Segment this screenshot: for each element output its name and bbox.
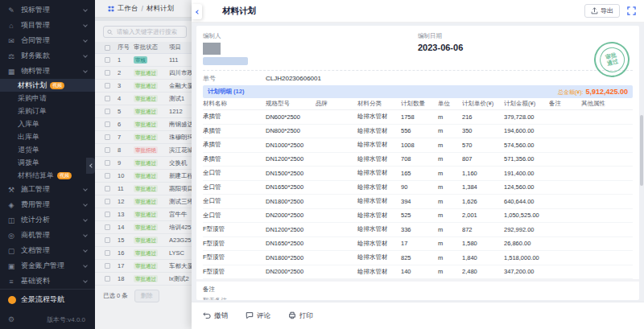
print-button[interactable]: 打印 xyxy=(288,311,313,321)
fullscreen-button[interactable] xyxy=(627,6,636,15)
drawer-header: 材料计划 导出 xyxy=(192,0,644,23)
row-checkbox[interactable] xyxy=(105,83,110,88)
row-checkbox[interactable] xyxy=(105,121,110,127)
sidebar-item-15[interactable]: ◫统计分析 xyxy=(0,212,95,228)
row-checkbox[interactable] xyxy=(105,237,110,243)
status-badge: 审批通过 xyxy=(134,198,158,205)
flow-nav-button[interactable]: 全景流程导航 xyxy=(0,289,95,310)
row-checkbox[interactable] xyxy=(105,160,110,166)
detail-cell: 给排水管材 xyxy=(357,169,401,177)
detail-cell: 872 xyxy=(462,226,504,233)
export-button[interactable]: 导出 xyxy=(584,4,620,18)
detail-cell: 570 xyxy=(462,142,504,149)
home-icon: ⌂ xyxy=(6,22,16,30)
row-index: 12 xyxy=(118,198,134,205)
row-checkbox[interactable] xyxy=(105,109,110,114)
search-input[interactable] xyxy=(115,27,183,36)
sidebar-item-4[interactable]: ▦物料管理 xyxy=(0,64,95,79)
select-all-checkbox[interactable] xyxy=(105,45,110,51)
detail-cell: DN1650*2500 xyxy=(266,183,316,191)
detail-cell: 1,384 xyxy=(462,183,504,191)
detail-cell: DN1650*2500 xyxy=(266,240,316,247)
chevron-down-icon xyxy=(83,187,88,191)
comment-icon xyxy=(246,311,254,321)
drawer-collapse-handle[interactable] xyxy=(192,4,202,19)
date-label: 编制日期 xyxy=(418,32,463,40)
chevron-down-icon xyxy=(83,248,88,253)
sidebar-subitem-5[interactable]: 材料计划视频 xyxy=(0,79,95,92)
drawer-title: 材料计划 xyxy=(222,6,256,17)
video-badge: 视频 xyxy=(57,172,72,179)
row-checkbox[interactable] xyxy=(105,96,110,101)
breadcrumb-root[interactable]: 工作台 xyxy=(118,4,138,14)
row-checkbox[interactable] xyxy=(105,70,110,76)
sidebar-subitem-label: 退货单 xyxy=(18,145,39,155)
sidebar-item-label: 基础资料 xyxy=(21,276,84,286)
sidebar-subitem-11[interactable]: 调拨单 xyxy=(0,156,95,169)
search-icon xyxy=(107,29,113,35)
detail-cell: m xyxy=(438,198,462,205)
detail-cell: 承插管 xyxy=(203,141,266,149)
row-checkbox[interactable] xyxy=(105,250,110,256)
detail-cell: 给排水管材 xyxy=(357,225,401,233)
row-checkbox[interactable] xyxy=(105,276,110,282)
row-checkbox[interactable] xyxy=(105,186,110,191)
row-checkbox[interactable] xyxy=(105,147,110,153)
sidebar-item-16[interactable]: ◎商机管理 xyxy=(0,228,95,243)
comment-button[interactable]: 评论 xyxy=(246,311,270,321)
sidebar-item-17[interactable]: ▢文档管理 xyxy=(0,243,95,258)
undo-button[interactable]: 撤销 xyxy=(203,311,228,321)
sidebar-item-14[interactable]: ◈费用管理 xyxy=(0,197,95,212)
sidebar-subitem-10[interactable]: 退货单 xyxy=(0,143,95,156)
detail-cell: m xyxy=(438,183,462,191)
row-checkbox[interactable] xyxy=(105,263,110,269)
sidebar-item-0[interactable]: ✎投标管理 xyxy=(0,2,95,18)
sidebar-item-18[interactable]: ▣资金账户管理 xyxy=(0,258,95,273)
chevron-down-icon xyxy=(83,53,88,58)
detail-column-header: 计划单价(¥) xyxy=(462,100,504,108)
drawer-scrollbar[interactable] xyxy=(640,115,643,186)
row-checkbox[interactable] xyxy=(105,212,110,217)
detail-table-row: F型顶管DN1800*2500给排水管材825m1,8401,518,000.0… xyxy=(203,251,633,265)
row-index: 13 xyxy=(118,211,134,218)
detail-cell: 194,600.00 xyxy=(504,127,549,134)
sidebar-subitem-6[interactable]: 采购申请 xyxy=(0,92,95,105)
order-label: 单号 xyxy=(203,74,266,83)
chevron-down-icon xyxy=(83,278,88,283)
sidebar-item-19[interactable]: ≡基础资料 xyxy=(0,273,95,289)
sidebar-item-1[interactable]: ⌂项目管理 xyxy=(0,18,95,33)
detail-cell: 191,400.00 xyxy=(504,170,549,177)
chevron-down-icon xyxy=(83,7,88,12)
detail-cell: 承插管 xyxy=(203,127,266,135)
sidebar-subitem-label: 采购订单 xyxy=(18,106,47,117)
sidebar-subitem-7[interactable]: 采购订单 xyxy=(0,105,95,117)
sidebar-collapse-handle[interactable] xyxy=(86,158,95,174)
delete-button[interactable]: 删除 xyxy=(134,290,159,302)
sidebar-subitem-8[interactable]: 入库单 xyxy=(0,117,95,130)
status-badge: 审批通过 xyxy=(134,185,158,192)
sidebar-subitem-9[interactable]: 出库单 xyxy=(0,130,95,143)
sidebar-subitem-12[interactable]: 材料结算单视频 xyxy=(0,169,95,182)
footer-button-label: 评论 xyxy=(257,311,270,321)
sidebar-item-13[interactable]: ⚒施工管理 xyxy=(0,182,95,197)
detail-column-header: 单位 xyxy=(438,100,462,108)
row-checkbox[interactable] xyxy=(105,199,110,204)
sidebar-item-2[interactable]: ✉合同管理 xyxy=(0,33,95,48)
sidebar-item-label: 合同管理 xyxy=(21,35,84,46)
row-checkbox[interactable] xyxy=(105,173,110,179)
chevron-down-icon xyxy=(83,38,88,43)
drawer-body: 编制人 编制日期 2023-06-06 审批 通过 单号 CLJH202 xyxy=(192,23,644,302)
sidebar-item-3[interactable]: ⚖财务账款 xyxy=(0,48,95,64)
row-checkbox[interactable] xyxy=(105,224,110,230)
detail-cell: 全口管 xyxy=(203,183,266,191)
detail-table-row: 承插管DN800*2500给排水管材556m350194,600.00 xyxy=(203,125,633,139)
detail-cell: 全口管 xyxy=(203,197,266,205)
status-badge: 审批通过 xyxy=(134,121,158,128)
detail-cell: 承插管 xyxy=(203,155,266,163)
row-checkbox[interactable] xyxy=(105,57,110,63)
detail-table-row: F型顶管DN1200*2500给排水管材336m872292,992.00 xyxy=(203,223,633,237)
row-checkbox[interactable] xyxy=(105,134,110,140)
detail-cell: m xyxy=(438,155,462,162)
row-index: 16 xyxy=(118,249,134,257)
settings-gear-icon[interactable]: ⚙ xyxy=(8,315,14,323)
